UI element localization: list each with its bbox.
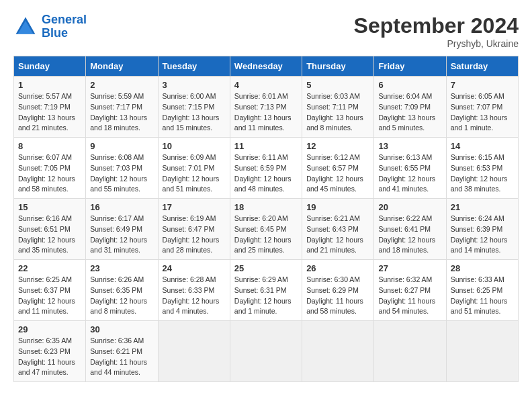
day-header-sunday: Sunday [14, 56, 86, 77]
calendar-cell: 26Sunrise: 6:30 AMSunset: 6:29 PMDayligh… [302, 260, 374, 321]
calendar-cell: 19Sunrise: 6:21 AMSunset: 6:43 PMDayligh… [302, 199, 374, 260]
day-header-saturday: Saturday [446, 56, 518, 77]
calendar-cell: 10Sunrise: 6:09 AMSunset: 7:01 PMDayligh… [158, 138, 230, 199]
day-header-thursday: Thursday [302, 56, 374, 77]
calendar-cell: 15Sunrise: 6:16 AMSunset: 6:51 PMDayligh… [14, 199, 86, 260]
day-number: 27 [378, 263, 441, 273]
logo-icon [13, 15, 38, 39]
day-number: 21 [451, 202, 514, 212]
calendar-cell: 25Sunrise: 6:29 AMSunset: 6:31 PMDayligh… [230, 260, 302, 321]
day-number: 14 [451, 141, 514, 151]
day-number: 7 [451, 80, 514, 90]
day-number: 28 [451, 263, 514, 273]
calendar-cell: 12Sunrise: 6:12 AMSunset: 6:57 PMDayligh… [302, 138, 374, 199]
day-header-friday: Friday [374, 56, 446, 77]
day-number: 13 [378, 141, 441, 151]
cell-content: Sunrise: 6:01 AMSunset: 7:13 PMDaylight:… [234, 91, 298, 134]
cell-content: Sunrise: 5:59 AMSunset: 7:17 PMDaylight:… [90, 91, 153, 134]
cell-content: Sunrise: 6:35 AMSunset: 6:23 PMDaylight:… [18, 336, 81, 378]
calendar-cell: 18Sunrise: 6:20 AMSunset: 6:45 PMDayligh… [230, 199, 302, 260]
calendar-cell: 22Sunrise: 6:25 AMSunset: 6:37 PMDayligh… [14, 260, 86, 321]
cell-content: Sunrise: 6:11 AMSunset: 6:59 PMDaylight:… [234, 152, 298, 195]
calendar-cell [302, 321, 374, 382]
cell-content: Sunrise: 5:57 AMSunset: 7:19 PMDaylight:… [18, 91, 81, 134]
cell-content: Sunrise: 6:03 AMSunset: 7:11 PMDaylight:… [306, 91, 369, 134]
calendar-cell [446, 321, 518, 382]
day-number: 24 [163, 263, 226, 273]
cell-content: Sunrise: 6:19 AMSunset: 6:47 PMDaylight:… [163, 214, 226, 256]
calendar-week-4: 22Sunrise: 6:25 AMSunset: 6:37 PMDayligh… [14, 260, 519, 321]
day-number: 12 [306, 141, 369, 151]
day-number: 26 [306, 263, 369, 273]
day-number: 23 [90, 263, 153, 273]
cell-content: Sunrise: 6:09 AMSunset: 7:01 PMDaylight:… [163, 152, 226, 195]
cell-content: Sunrise: 6:04 AMSunset: 7:09 PMDaylight:… [378, 91, 441, 134]
calendar-week-1: 1Sunrise: 5:57 AMSunset: 7:19 PMDaylight… [14, 77, 519, 138]
title-block: September 2024 Pryshyb, Ukraine [354, 13, 519, 49]
page-header: General Blue September 2024 Pryshyb, Ukr… [13, 13, 519, 49]
day-number: 19 [306, 202, 369, 212]
calendar-cell: 29Sunrise: 6:35 AMSunset: 6:23 PMDayligh… [14, 321, 86, 382]
cell-content: Sunrise: 6:26 AMSunset: 6:35 PMDaylight:… [90, 275, 153, 317]
day-number: 1 [18, 80, 81, 90]
day-number: 2 [90, 80, 153, 90]
cell-content: Sunrise: 6:13 AMSunset: 6:55 PMDaylight:… [378, 152, 441, 195]
day-number: 17 [163, 202, 226, 212]
calendar-cell: 13Sunrise: 6:13 AMSunset: 6:55 PMDayligh… [374, 138, 446, 199]
calendar-body: 1Sunrise: 5:57 AMSunset: 7:19 PMDaylight… [14, 77, 519, 382]
day-number: 29 [18, 324, 81, 334]
location-subtitle: Pryshyb, Ukraine [354, 38, 519, 49]
calendar-cell: 2Sunrise: 5:59 AMSunset: 7:17 PMDaylight… [86, 77, 158, 138]
day-number: 3 [163, 80, 226, 90]
day-number: 11 [234, 141, 298, 151]
day-number: 18 [234, 202, 298, 212]
day-number: 5 [306, 80, 369, 90]
calendar-cell [158, 321, 230, 382]
calendar-cell: 4Sunrise: 6:01 AMSunset: 7:13 PMDaylight… [230, 77, 302, 138]
day-number: 10 [163, 141, 226, 151]
calendar-cell [230, 321, 302, 382]
calendar-cell: 1Sunrise: 5:57 AMSunset: 7:19 PMDaylight… [14, 77, 86, 138]
day-number: 25 [234, 263, 298, 273]
calendar-week-2: 8Sunrise: 6:07 AMSunset: 7:05 PMDaylight… [14, 138, 519, 199]
calendar-cell: 28Sunrise: 6:33 AMSunset: 6:25 PMDayligh… [446, 260, 518, 321]
calendar-cell: 24Sunrise: 6:28 AMSunset: 6:33 PMDayligh… [158, 260, 230, 321]
calendar-cell [374, 321, 446, 382]
day-number: 22 [18, 263, 81, 273]
day-number: 16 [90, 202, 153, 212]
cell-content: Sunrise: 6:12 AMSunset: 6:57 PMDaylight:… [306, 152, 369, 195]
cell-content: Sunrise: 6:24 AMSunset: 6:39 PMDaylight:… [451, 214, 514, 256]
cell-content: Sunrise: 6:21 AMSunset: 6:43 PMDaylight:… [306, 214, 369, 256]
cell-content: Sunrise: 6:20 AMSunset: 6:45 PMDaylight:… [234, 214, 298, 256]
cell-content: Sunrise: 6:28 AMSunset: 6:33 PMDaylight:… [163, 275, 226, 317]
calendar-cell: 30Sunrise: 6:36 AMSunset: 6:21 PMDayligh… [86, 321, 158, 382]
calendar-cell: 11Sunrise: 6:11 AMSunset: 6:59 PMDayligh… [230, 138, 302, 199]
calendar-cell: 14Sunrise: 6:15 AMSunset: 6:53 PMDayligh… [446, 138, 518, 199]
day-number: 4 [234, 80, 298, 90]
cell-content: Sunrise: 6:00 AMSunset: 7:15 PMDaylight:… [163, 91, 226, 134]
calendar-cell: 17Sunrise: 6:19 AMSunset: 6:47 PMDayligh… [158, 199, 230, 260]
calendar-cell: 20Sunrise: 6:22 AMSunset: 6:41 PMDayligh… [374, 199, 446, 260]
calendar-cell: 23Sunrise: 6:26 AMSunset: 6:35 PMDayligh… [86, 260, 158, 321]
day-number: 30 [90, 324, 153, 334]
cell-content: Sunrise: 6:22 AMSunset: 6:41 PMDaylight:… [378, 214, 441, 256]
cell-content: Sunrise: 6:25 AMSunset: 6:37 PMDaylight:… [18, 275, 81, 317]
day-number: 15 [18, 202, 81, 212]
logo-line1: General [42, 13, 87, 26]
calendar-cell: 3Sunrise: 6:00 AMSunset: 7:15 PMDaylight… [158, 77, 230, 138]
cell-content: Sunrise: 6:29 AMSunset: 6:31 PMDaylight:… [234, 275, 298, 317]
calendar-cell: 8Sunrise: 6:07 AMSunset: 7:05 PMDaylight… [14, 138, 86, 199]
logo: General Blue [13, 13, 87, 40]
calendar-week-5: 29Sunrise: 6:35 AMSunset: 6:23 PMDayligh… [14, 321, 519, 382]
day-number: 9 [90, 141, 153, 151]
calendar-cell: 7Sunrise: 6:05 AMSunset: 7:07 PMDaylight… [446, 77, 518, 138]
logo-text: General Blue [42, 13, 87, 40]
day-number: 8 [18, 141, 81, 151]
calendar-cell: 16Sunrise: 6:17 AMSunset: 6:49 PMDayligh… [86, 199, 158, 260]
month-title: September 2024 [354, 13, 519, 38]
logo-line2: Blue [42, 26, 68, 40]
cell-content: Sunrise: 6:05 AMSunset: 7:07 PMDaylight:… [451, 91, 514, 134]
day-number: 6 [378, 80, 441, 90]
calendar-cell: 9Sunrise: 6:08 AMSunset: 7:03 PMDaylight… [86, 138, 158, 199]
cell-content: Sunrise: 6:15 AMSunset: 6:53 PMDaylight:… [451, 152, 514, 195]
